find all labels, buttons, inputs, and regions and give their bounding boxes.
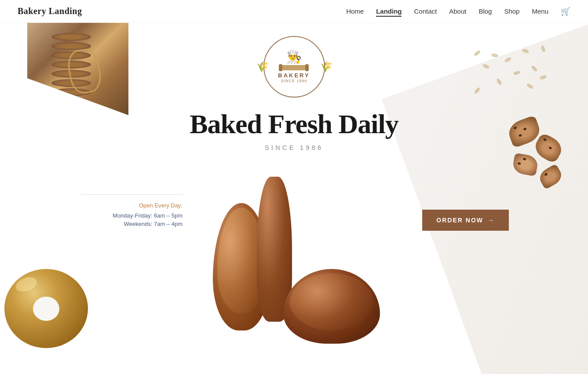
hours-weekend: Weekends: 7am – 4pm <box>81 221 183 227</box>
seed-0 <box>522 48 530 54</box>
cookie-pieces-image <box>496 120 566 199</box>
nav-link-landing[interactable]: Landing <box>376 7 402 17</box>
bagel-outer <box>4 269 88 348</box>
choc-chip <box>548 146 552 150</box>
rolling-pin-icon <box>281 65 307 70</box>
cookie-layer <box>51 33 91 41</box>
divider-line <box>81 194 183 195</box>
nav-logo[interactable]: Bakery Landing <box>18 6 82 16</box>
nav-link-home[interactable]: Home <box>346 7 364 15</box>
choc-chip <box>523 127 526 131</box>
bakery-logo: 🌾 🌾 👨‍🍳 BAKERY SINCE 1986 <box>263 36 325 98</box>
seed-7 <box>482 63 490 69</box>
seed-2 <box>531 65 538 73</box>
seed-11 <box>474 87 481 94</box>
hero-subtitle: SINCE 1986 <box>265 144 323 151</box>
seed-3 <box>491 53 498 58</box>
hours-info: Open Every Day: Monday-Friday: 6am – 5pm… <box>81 202 183 229</box>
seed-1 <box>504 57 512 63</box>
bread-container <box>200 159 389 357</box>
boule-loaf <box>283 269 380 344</box>
choc-chip <box>523 158 526 160</box>
logo-circle: 🌾 🌾 👨‍🍳 BAKERY SINCE 1986 <box>263 36 325 98</box>
nav-link-menu[interactable]: Menu <box>532 7 548 15</box>
cart-icon[interactable]: 🛒 <box>561 7 570 16</box>
navbar: Bakery Landing Home Landing Contact Abou… <box>0 0 588 23</box>
cookie-piece-4 <box>537 163 564 190</box>
seed-6 <box>473 50 481 57</box>
choc-chip <box>543 138 547 142</box>
hours-weekday: Monday-Friday: 6am – 5pm <box>81 212 183 219</box>
nav-item-home[interactable]: Home <box>346 7 364 15</box>
bagel-hole <box>33 297 59 321</box>
seed-9 <box>526 83 534 90</box>
nav-link-contact[interactable]: Contact <box>414 7 437 15</box>
nav-item-menu[interactable]: Menu <box>532 7 548 15</box>
nav-item-blog[interactable]: Blog <box>478 7 492 15</box>
hero-headline: Baked Fresh Daily <box>190 109 398 140</box>
order-now-button[interactable]: ORDER NOW → <box>422 210 509 231</box>
logo-bakery-text: BAKERY <box>278 72 310 79</box>
seed-5 <box>496 78 503 86</box>
hours-open-label: Open Every Day: <box>81 202 183 209</box>
nav-item-contact[interactable]: Contact <box>414 7 437 15</box>
bagel-shine <box>14 274 39 294</box>
cookie-stack <box>45 32 98 106</box>
order-button-label: ORDER NOW <box>436 217 483 224</box>
seeds-decoration <box>456 45 544 98</box>
nav-link-about[interactable]: About <box>449 7 466 15</box>
bread-image <box>200 159 389 357</box>
wheat-right-icon: 🌾 <box>320 61 332 73</box>
logo-since-text: SINCE 1986 <box>278 79 310 83</box>
main-headline: Baked Fresh Daily <box>190 109 398 140</box>
nav-item-landing[interactable]: Landing <box>376 7 402 15</box>
bagel-image <box>4 269 92 352</box>
main-content: 🌾 🌾 👨‍🍳 BAKERY SINCE 1986 Baked Fresh Da… <box>0 23 588 374</box>
chef-hat-icon: 👨‍🍳 <box>278 51 310 63</box>
logo-inner: 👨‍🍳 BAKERY SINCE 1986 <box>278 51 310 83</box>
cookie-piece-3 <box>512 153 539 177</box>
nav-link-shop[interactable]: Shop <box>504 7 519 15</box>
nav-links: Home Landing Contact About Blog Shop Men… <box>346 7 570 16</box>
seed-4 <box>513 70 521 76</box>
choc-chip <box>544 173 548 176</box>
choc-chip <box>519 134 522 137</box>
order-button-arrow: → <box>488 217 495 224</box>
wheat-left-icon: 🌾 <box>256 61 268 73</box>
nav-link-blog[interactable]: Blog <box>478 7 492 15</box>
nav-item-about[interactable]: About <box>449 7 466 15</box>
choc-chip <box>513 127 517 130</box>
nav-item-shop[interactable]: Shop <box>504 7 519 15</box>
corner-cookie-image <box>27 23 128 115</box>
subtitle-text: SINCE 1986 <box>265 144 323 151</box>
cart-icon-item[interactable]: 🛒 <box>561 7 570 16</box>
choc-chip <box>518 162 521 165</box>
